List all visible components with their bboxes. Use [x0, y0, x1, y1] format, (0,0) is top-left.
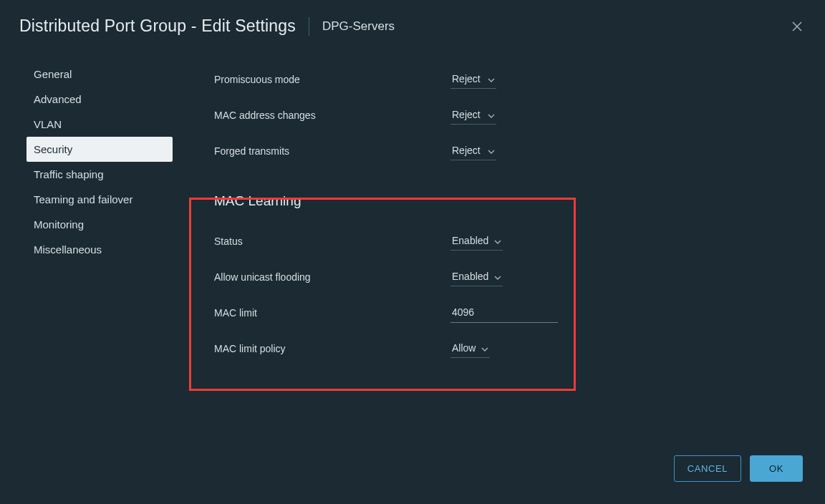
label-mac-limit: MAC limit	[214, 307, 450, 319]
close-button[interactable]	[790, 21, 804, 35]
divider	[309, 17, 309, 36]
sidebar-item-traffic-shaping[interactable]: Traffic shaping	[26, 162, 173, 187]
dropdown-promiscuous[interactable]: Reject	[450, 70, 496, 89]
label-unicast: Allow unicast flooding	[214, 271, 450, 283]
sidebar-item-teaming[interactable]: Teaming and failover	[26, 187, 173, 212]
ok-button[interactable]: OK	[750, 455, 803, 482]
sidebar-item-vlan[interactable]: VLAN	[26, 112, 173, 137]
sidebar-item-security[interactable]: Security	[26, 137, 173, 162]
dropdown-value: Enabled	[452, 271, 488, 282]
row-status: Status Enabled	[214, 223, 796, 259]
content-pane: Promiscuous mode Reject MAC address chan…	[173, 54, 824, 503]
cancel-button[interactable]: CANCEL	[674, 455, 741, 482]
row-forged: Forged transmits Reject	[214, 133, 796, 169]
row-mac-changes: MAC address changes Reject	[214, 97, 796, 133]
input-mac-limit[interactable]	[450, 303, 558, 323]
dropdown-unicast[interactable]: Enabled	[450, 268, 503, 286]
dropdown-value: Reject	[452, 73, 481, 84]
sidebar-item-general[interactable]: General	[26, 62, 173, 87]
close-icon	[792, 21, 802, 34]
dialog-footer: CANCEL OK	[674, 455, 803, 482]
dropdown-value: Enabled	[452, 235, 488, 246]
dropdown-status[interactable]: Enabled	[450, 232, 503, 251]
dialog-body: General Advanced VLAN Security Traffic s…	[1, 50, 824, 503]
dropdown-value: Reject	[452, 109, 481, 120]
chevron-down-icon	[488, 145, 495, 156]
label-mac-limit-policy: MAC limit policy	[214, 343, 450, 354]
dialog-title: Distributed Port Group - Edit Settings	[19, 16, 296, 36]
dropdown-forged[interactable]: Reject	[450, 142, 496, 160]
row-promiscuous: Promiscuous mode Reject	[214, 62, 796, 97]
chevron-down-icon	[494, 271, 501, 282]
sidebar-item-monitoring[interactable]: Monitoring	[26, 212, 173, 237]
sidebar-item-advanced[interactable]: Advanced	[26, 87, 173, 112]
sidebar-item-miscellaneous[interactable]: Miscellaneous	[26, 237, 173, 262]
edit-settings-dialog: Distributed Port Group - Edit Settings D…	[0, 0, 825, 504]
label-promiscuous: Promiscuous mode	[214, 74, 450, 85]
dialog-header: Distributed Port Group - Edit Settings D…	[1, 1, 824, 50]
chevron-down-icon	[488, 73, 495, 84]
dropdown-mac-changes[interactable]: Reject	[450, 106, 496, 125]
dropdown-mac-limit-policy[interactable]: Allow	[450, 339, 490, 358]
row-mac-limit: MAC limit	[214, 295, 796, 331]
label-forged: Forged transmits	[214, 145, 450, 157]
chevron-down-icon	[488, 109, 495, 120]
sidebar: General Advanced VLAN Security Traffic s…	[1, 54, 173, 503]
dialog-subtitle: DPG-Servers	[322, 19, 395, 34]
section-title-mac-learning: MAC Learning	[214, 193, 796, 209]
chevron-down-icon	[494, 235, 501, 246]
label-status: Status	[214, 236, 450, 247]
dropdown-value: Allow	[452, 342, 476, 354]
row-unicast: Allow unicast flooding Enabled	[214, 259, 796, 295]
label-mac-changes: MAC address changes	[214, 110, 450, 121]
dropdown-value: Reject	[452, 145, 481, 156]
row-mac-limit-policy: MAC limit policy Allow	[214, 331, 796, 367]
chevron-down-icon	[481, 342, 488, 354]
